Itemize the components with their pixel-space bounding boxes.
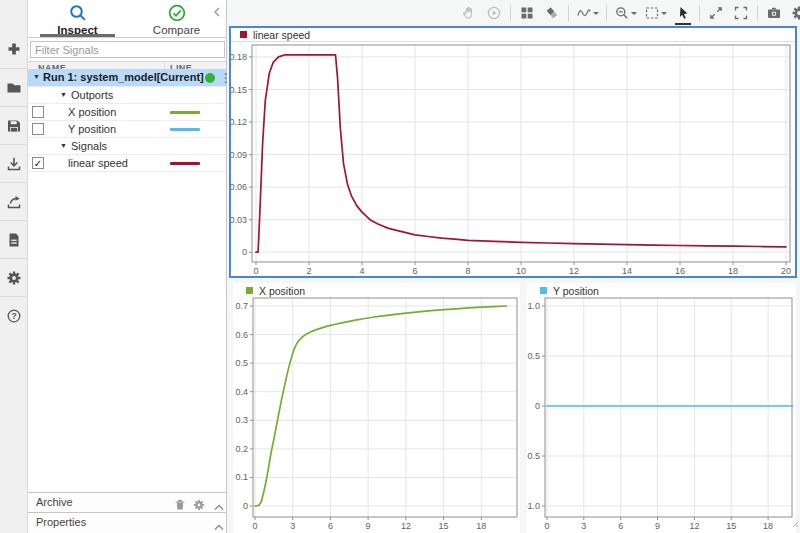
create-report-button[interactable]	[0, 220, 27, 258]
toolbar-separator	[510, 5, 511, 21]
svg-text:0.5: 0.5	[235, 358, 248, 368]
filter-signals-input[interactable]	[30, 41, 225, 58]
legend-swatch	[540, 287, 547, 294]
tab-bar: Inspect Compare	[28, 0, 226, 38]
collapse-triangle-icon[interactable]: ▼	[60, 142, 67, 149]
run-label: Run 1: system_model[Current]	[43, 71, 204, 83]
svg-text:15: 15	[726, 521, 736, 531]
zoom-button[interactable]	[614, 5, 637, 21]
chart-y-position-plot: 0369121518-1.0-0.500.51.0	[527, 283, 796, 533]
fullscreen-button[interactable]	[732, 4, 750, 22]
play-circle-icon	[486, 5, 502, 21]
save-button[interactable]	[0, 106, 27, 144]
tab-inspect-label: Inspect	[57, 24, 97, 36]
svg-text:0.7: 0.7	[235, 301, 248, 311]
legend-swatch	[246, 287, 253, 294]
tree-row-outports-group[interactable]: ▼ Outports	[28, 87, 226, 104]
svg-text:18: 18	[476, 521, 486, 531]
magnifier-zoom-icon	[614, 5, 630, 21]
fit-to-view-button[interactable]	[644, 5, 667, 21]
svg-text:14: 14	[622, 266, 632, 276]
collapse-sidebar-button[interactable]	[213, 3, 223, 15]
diagonal-arrows-icon	[708, 5, 724, 21]
grid-layout-icon	[519, 5, 535, 21]
svg-text:0: 0	[242, 247, 247, 257]
svg-text:18: 18	[763, 521, 773, 531]
check-circle-icon	[167, 3, 187, 23]
y-position-checkbox[interactable]	[32, 123, 44, 135]
svg-text:1.0: 1.0	[527, 301, 540, 311]
svg-text:0: 0	[253, 266, 258, 276]
fit-view-icon	[644, 5, 660, 21]
chart-x-position-legend: X position	[233, 283, 520, 298]
folder-icon	[6, 80, 22, 96]
archive-panel-bar[interactable]: Archive	[28, 492, 226, 512]
help-button[interactable]: ?	[0, 296, 27, 334]
replay-button[interactable]	[485, 4, 503, 22]
svg-text:4: 4	[359, 266, 364, 276]
tab-compare[interactable]: Compare	[127, 0, 226, 37]
import-button[interactable]	[0, 144, 27, 182]
pointer-mode-button[interactable]	[674, 4, 692, 22]
svg-text:2: 2	[306, 266, 311, 276]
signal-label: Y position	[68, 123, 116, 135]
snapshot-button[interactable]	[765, 4, 783, 22]
window-resize-grip[interactable]	[791, 514, 799, 532]
simulation-data-inspector-window: ? Inspect Compare NAME LINE ▼ Run 1: sys…	[0, 0, 800, 533]
collapse-up-icon[interactable]	[214, 517, 224, 533]
legend-label: X position	[259, 285, 305, 297]
properties-panel-bar[interactable]: Properties	[28, 512, 226, 533]
svg-text:0.6: 0.6	[235, 330, 248, 340]
data-brush-button[interactable]	[543, 4, 561, 22]
archive-label: Archive	[36, 496, 73, 508]
x-position-checkbox[interactable]	[32, 106, 44, 118]
tab-inspect[interactable]: Inspect	[28, 0, 127, 37]
tree-row-y-position[interactable]: Y position	[28, 121, 226, 138]
expand-plot-button[interactable]	[707, 4, 725, 22]
svg-text:10: 10	[516, 266, 526, 276]
properties-label: Properties	[36, 516, 86, 528]
svg-text:0: 0	[252, 521, 257, 531]
tree-row-run1[interactable]: ▼ Run 1: system_model[Current] ⋮	[28, 69, 226, 87]
open-button[interactable]	[0, 68, 27, 106]
group-label: Signals	[71, 140, 107, 152]
preferences-button[interactable]	[0, 258, 27, 296]
linear-speed-checkbox[interactable]: ✓	[32, 157, 44, 169]
chart-y-position[interactable]: 0369121518-1.0-0.500.51.0 Y position	[527, 283, 796, 533]
chart-linear-speed-plot: 0246810121416182000.030.060.090.120.150.…	[231, 28, 795, 276]
plot-settings-button[interactable]	[790, 4, 800, 22]
data-cursors-button[interactable]	[576, 5, 599, 21]
collapse-triangle-icon[interactable]: ▼	[60, 91, 67, 98]
share-arrow-icon	[6, 194, 22, 210]
svg-text:6: 6	[328, 521, 333, 531]
tree-row-signals-group[interactable]: ▼ Signals	[28, 138, 226, 155]
tree-row-x-position[interactable]: X position	[28, 104, 226, 121]
tree-row-linear-speed[interactable]: ✓ linear speed	[28, 155, 226, 172]
signal-wave-icon	[576, 5, 592, 21]
svg-text:20: 20	[781, 266, 791, 276]
pan-button[interactable]	[460, 4, 478, 22]
gear-icon	[791, 5, 800, 21]
dropdown-caret-icon	[631, 12, 637, 18]
svg-text:12: 12	[401, 521, 411, 531]
legend-label: linear speed	[253, 29, 310, 41]
tab-compare-label: Compare	[153, 24, 200, 36]
chart-x-position[interactable]: 036912151800.10.20.30.40.50.60.7 X posit…	[233, 283, 520, 533]
subplot-layout-button[interactable]	[518, 4, 536, 22]
legend-label: Y position	[553, 285, 599, 297]
chart-linear-speed[interactable]: 0246810121416182000.030.060.090.120.150.…	[229, 26, 797, 278]
svg-text:9: 9	[366, 521, 371, 531]
export-button[interactable]	[0, 182, 27, 220]
plus-icon	[6, 41, 22, 57]
fullscreen-brackets-icon	[733, 5, 749, 21]
svg-text:18: 18	[728, 266, 738, 276]
svg-text:12: 12	[689, 521, 699, 531]
svg-text:16: 16	[675, 266, 685, 276]
svg-text:8: 8	[465, 266, 470, 276]
new-button[interactable]	[0, 30, 27, 68]
svg-text:-1.0: -1.0	[527, 501, 540, 511]
collapse-triangle-icon[interactable]: ▼	[33, 73, 40, 80]
svg-text:0: 0	[535, 401, 540, 411]
plot-toolbar	[460, 0, 800, 25]
svg-text:0.09: 0.09	[231, 150, 247, 160]
